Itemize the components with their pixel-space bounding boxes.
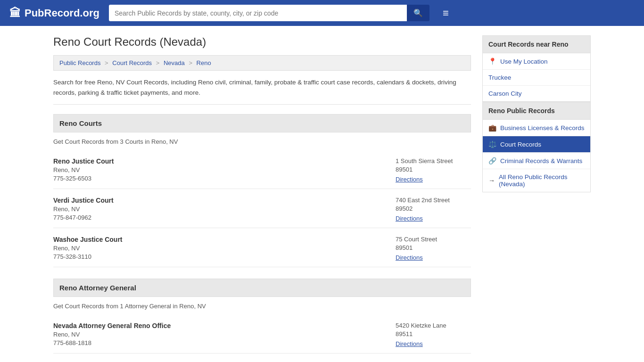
attorney-address-1: 5420 Kietzke Lane — [396, 322, 471, 329]
sidebar-item-all-records[interactable]: → All Reno Public Records (Nevada) — [483, 169, 590, 192]
sidebar-court-records-label: Court Records — [500, 141, 541, 148]
courts-heading: Reno Courts — [53, 114, 471, 132]
breadcrumb-court-records[interactable]: Court Records — [112, 59, 152, 66]
court-city-3: Reno, NV — [53, 245, 123, 252]
sidebar-near-item-carson[interactable]: Carson City — [483, 86, 590, 101]
sidebar-records-title: Reno Public Records — [483, 102, 590, 120]
court-name-3: Washoe Justice Court — [53, 236, 123, 243]
directions-link-1[interactable]: Directions — [396, 176, 423, 183]
court-city-2: Reno, NV — [53, 206, 114, 213]
attorney-zip-1: 89511 — [396, 330, 471, 337]
search-bar: 🔍 — [109, 5, 429, 21]
attorney-section: Reno Attorney General Get Court Records … — [53, 279, 471, 354]
sidebar-item-criminal[interactable]: 🔗 Criminal Records & Warrants — [483, 153, 590, 169]
sidebar-near-location-link[interactable]: Use My Location — [500, 58, 548, 65]
link-icon: 🔗 — [488, 157, 496, 165]
court-phone-1: 775-325-6503 — [53, 175, 114, 182]
court-entry-1: Reno Justice Court Reno, NV 775-325-6503… — [53, 152, 471, 189]
court-phone-3: 775-328-3110 — [53, 253, 123, 260]
sidebar-criminal-link[interactable]: Criminal Records & Warrants — [500, 157, 582, 165]
court-entry-2: Verdi Justice Court Reno, NV 775-847-096… — [53, 191, 471, 228]
search-icon: 🔍 — [413, 9, 423, 17]
attorney-entry-1: Nevada Attorney General Reno Office Reno… — [53, 316, 471, 354]
logo-text: PubRecord.org — [25, 7, 99, 19]
search-button[interactable]: 🔍 — [407, 5, 429, 21]
description: Search for free Reno, NV Court Records, … — [53, 77, 471, 105]
court-entry-3: Washoe Justice Court Reno, NV 775-328-31… — [53, 230, 471, 267]
directions-link-attorney-1[interactable]: Directions — [396, 340, 423, 347]
breadcrumb-public-records[interactable]: Public Records — [59, 59, 100, 66]
court-name-1: Reno Justice Court — [53, 157, 114, 165]
court-zip-3: 89501 — [396, 244, 471, 251]
page-title: Reno Court Records (Nevada) — [53, 35, 471, 49]
court-right-3: 75 Court Street 89501 Directions — [396, 236, 471, 261]
court-name-2: Verdi Justice Court — [53, 197, 114, 204]
main-container: Reno Court Records (Nevada) Public Recor… — [44, 26, 600, 362]
search-input[interactable] — [109, 5, 407, 21]
breadcrumb-nevada[interactable]: Nevada — [164, 59, 185, 66]
arrow-icon: → — [488, 177, 495, 184]
breadcrumb-sep-3: > — [189, 59, 192, 66]
attorney-phone-1: 775-688-1818 — [53, 339, 171, 346]
logo[interactable]: 🏛 PubRecord.org — [9, 7, 99, 20]
breadcrumb-sep-1: > — [105, 59, 108, 66]
sidebar-near-title: Court Records near Reno — [483, 36, 590, 53]
breadcrumb-sep-2: > — [156, 59, 160, 66]
attorney-name-1: Nevada Attorney General Reno Office — [53, 322, 171, 329]
content: Reno Court Records (Nevada) Public Recor… — [53, 35, 471, 362]
court-zip-2: 89502 — [396, 205, 471, 212]
court-right-2: 740 East 2nd Street 89502 Directions — [396, 197, 471, 222]
sidebar-near-item-location[interactable]: 📍 Use My Location — [483, 53, 590, 70]
sidebar-near-carson-link[interactable]: Carson City — [488, 90, 522, 97]
breadcrumb: Public Records > Court Records > Nevada … — [53, 55, 471, 71]
attorney-left-1: Nevada Attorney General Reno Office Reno… — [53, 322, 171, 347]
directions-link-3[interactable]: Directions — [396, 254, 423, 261]
menu-icon: ≡ — [443, 7, 449, 19]
attorney-heading: Reno Attorney General — [53, 279, 471, 297]
attorney-city-1: Reno, NV — [53, 331, 171, 338]
court-address-1: 1 South Sierra Street — [396, 157, 471, 165]
location-icon: 📍 — [488, 58, 496, 65]
court-zip-1: 89501 — [396, 166, 471, 173]
attorney-right-1: 5420 Kietzke Lane 89511 Directions — [396, 322, 471, 347]
briefcase-icon: 💼 — [488, 124, 496, 132]
logo-icon: 🏛 — [9, 7, 21, 20]
sidebar-near-item-truckee[interactable]: Truckee — [483, 70, 590, 86]
directions-link-2[interactable]: Directions — [396, 215, 423, 222]
court-right-1: 1 South Sierra Street 89501 Directions — [396, 157, 471, 183]
court-phone-2: 775-847-0962 — [53, 214, 114, 221]
court-address-3: 75 Court Street — [396, 236, 471, 243]
court-left-1: Reno Justice Court Reno, NV 775-325-6503 — [53, 157, 114, 183]
sidebar-business-link[interactable]: Business Licenses & Records — [500, 124, 585, 132]
sidebar: Court Records near Reno 📍 Use My Locatio… — [482, 35, 591, 362]
court-city-1: Reno, NV — [53, 166, 114, 173]
header: 🏛 PubRecord.org 🔍 ≡ — [0, 0, 644, 26]
sidebar-records-box: Reno Public Records 💼 Business Licenses … — [482, 102, 591, 192]
sidebar-near-box: Court Records near Reno 📍 Use My Locatio… — [482, 35, 591, 102]
court-address-2: 740 East 2nd Street — [396, 197, 471, 204]
court-left-2: Verdi Justice Court Reno, NV 775-847-096… — [53, 197, 114, 222]
menu-button[interactable]: ≡ — [443, 7, 449, 19]
sidebar-item-court-records[interactable]: ⚖️ Court Records — [483, 136, 590, 153]
courts-subtext: Get Court Records from 3 Courts in Reno,… — [53, 138, 471, 145]
sidebar-near-truckee-link[interactable]: Truckee — [488, 74, 511, 81]
attorney-subtext: Get Court Records from 1 Attorney Genera… — [53, 303, 471, 310]
breadcrumb-reno[interactable]: Reno — [197, 59, 211, 66]
sidebar-all-records-link[interactable]: All Reno Public Records (Nevada) — [499, 173, 585, 188]
sidebar-item-business[interactable]: 💼 Business Licenses & Records — [483, 120, 590, 136]
scales-icon: ⚖️ — [488, 140, 496, 148]
courts-section: Reno Courts Get Court Records from 3 Cou… — [53, 114, 471, 267]
court-left-3: Washoe Justice Court Reno, NV 775-328-31… — [53, 236, 123, 261]
